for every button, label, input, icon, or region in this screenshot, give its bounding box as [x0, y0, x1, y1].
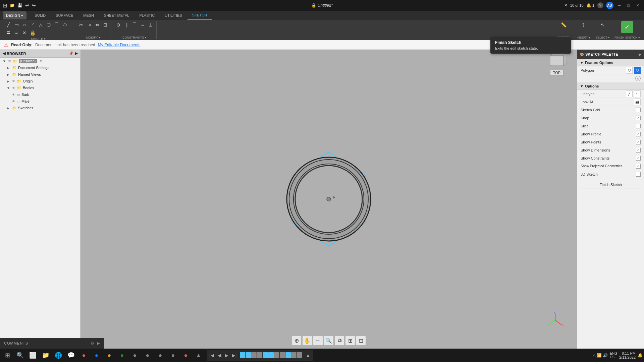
app-grid-icon[interactable]: ⊞	[3, 2, 7, 9]
collinear-tool[interactable]: ∥	[123, 21, 130, 28]
question-btn[interactable]: ?	[597, 2, 603, 8]
start-button[interactable]: ⊞	[1, 349, 13, 361]
app5-button[interactable]: ●	[129, 349, 141, 361]
app9-button[interactable]: ●	[180, 349, 192, 361]
app2-button[interactable]: ●	[91, 349, 103, 361]
rect-tool[interactable]: ▭	[13, 21, 20, 28]
grid-display-btn[interactable]: ⊞	[345, 336, 355, 345]
maximize-button[interactable]: □	[625, 3, 632, 7]
notification-count[interactable]: 🔔 1	[586, 3, 595, 8]
browser-item-named-views[interactable]: ▶ 📁 Named Views	[0, 71, 80, 78]
polygon-circumscribed-btn[interactable]: ⬡	[634, 67, 641, 74]
editable-docs-link[interactable]: My Editable Documents	[98, 43, 141, 47]
trim-tool[interactable]: ✂	[77, 21, 85, 28]
show-profile-checkbox[interactable]	[636, 132, 641, 136]
tab-plastic[interactable]: PLASTIC	[135, 11, 159, 20]
insert-tool[interactable]: ⤵	[580, 21, 587, 28]
tl-step-9[interactable]	[285, 352, 291, 358]
circle-option-btn[interactable]: ○	[635, 76, 641, 81]
file-menu-icon[interactable]: 📁	[10, 3, 15, 8]
look-at-btn[interactable]: 📷	[634, 99, 641, 105]
mirror-tool[interactable]: ⇔	[94, 21, 101, 28]
browser-item-doc-settings[interactable]: ▶ 📁 Document Settings	[0, 64, 80, 71]
tab-solid[interactable]: SOLID	[30, 11, 50, 20]
tab-sketch[interactable]: SKETCH	[187, 11, 212, 20]
show-points-checkbox[interactable]	[636, 140, 641, 144]
view-cube-label[interactable]: TOP	[550, 70, 564, 76]
linetype-dashed-btn[interactable]: ╴	[634, 90, 641, 97]
spline-tool[interactable]: ⌒	[53, 21, 60, 28]
tab-utilities[interactable]: UTILITIES	[160, 11, 186, 20]
canvas-area[interactable]: TOP X Y Z ⊕ ✋ ↔ 🔍 ⧉ ⊞ ⊡	[80, 50, 577, 349]
browser-item-barb[interactable]: 👁 ▭ Barb	[0, 91, 80, 98]
view-options-btn[interactable]: ⊡	[356, 336, 366, 345]
redo-icon[interactable]: ↪	[32, 3, 36, 8]
browser-item-unsaved[interactable]: ▼ 👁 📁 (Unsaved) ⚙	[0, 58, 80, 64]
slice-checkbox[interactable]	[636, 124, 641, 128]
extend-tool[interactable]: ⇥	[86, 21, 93, 28]
save-icon[interactable]: 💾	[17, 3, 22, 8]
notifications-area[interactable]: 🔔	[638, 353, 643, 358]
lock-tool[interactable]: 🔒	[29, 29, 36, 37]
design-dropdown[interactable]: DESIGN ▾	[3, 11, 26, 19]
cross-tool[interactable]: ✕	[21, 29, 28, 37]
app7-button[interactable]: ●	[154, 349, 166, 361]
circle-tool[interactable]: ○	[21, 21, 28, 28]
edge-button[interactable]: 🌐	[52, 349, 64, 361]
eye-icon[interactable]: 👁	[8, 59, 11, 63]
app4-button[interactable]: ●	[116, 349, 128, 361]
tl-step-5[interactable]	[263, 352, 268, 358]
browser-item-sketches[interactable]: ▶ 📁 Sketches	[0, 105, 80, 111]
browser-item-bodies[interactable]: ▼ 👁 📁 Bodies	[0, 84, 80, 91]
browser-collapse-right[interactable]: ▶	[75, 51, 77, 56]
plus-icon[interactable]: ✕	[564, 3, 568, 8]
app8-button[interactable]: ●	[167, 349, 179, 361]
eye-icon[interactable]: 👁	[12, 100, 15, 103]
browser-item-male[interactable]: 👁 ▭ Male	[0, 98, 80, 105]
teams-button[interactable]: 💬	[65, 349, 77, 361]
equals-tool[interactable]: =	[13, 29, 20, 37]
eye-icon[interactable]: 👁	[12, 86, 15, 90]
zoom-btn[interactable]: 🔍	[324, 336, 333, 345]
finish-sketch-tool[interactable]: ✓	[621, 21, 633, 33]
app1-button[interactable]: ●	[78, 349, 90, 361]
browser-item-origin[interactable]: ▶ 👁 📁 Origin	[0, 78, 80, 84]
search-button[interactable]: 🔍	[14, 349, 26, 361]
tab-mesh[interactable]: MESH	[78, 11, 99, 20]
tab-surface[interactable]: SURFACE	[51, 11, 78, 20]
eye-icon[interactable]: 👁	[12, 93, 15, 97]
palette-collapse-icon[interactable]: ▶	[639, 53, 641, 56]
feature-options-header[interactable]: ▼ Feature Options	[577, 59, 644, 66]
coincident-tool[interactable]: ⊙	[115, 21, 122, 28]
show-constraints-checkbox[interactable]	[636, 156, 641, 161]
app3-button[interactable]: ●	[103, 349, 115, 361]
task-view-button[interactable]: ⬜	[27, 349, 39, 361]
tl-prev-btn[interactable]: ◀	[216, 352, 223, 359]
minimize-button[interactable]: ─	[616, 3, 623, 7]
tl-step-8[interactable]	[280, 352, 285, 358]
perpendicular-tool[interactable]: ⊥	[147, 21, 154, 28]
show-dimensions-checkbox[interactable]	[636, 148, 641, 153]
comments-settings-icon[interactable]: ⚙	[91, 341, 94, 346]
app10-button[interactable]: ▲	[193, 349, 205, 361]
triangle-tool[interactable]: △	[37, 21, 44, 28]
show-projected-checkbox[interactable]	[636, 164, 641, 169]
options-header[interactable]: ▼ Options	[577, 82, 644, 90]
user-avatar[interactable]: AU	[606, 2, 613, 9]
arc-tool[interactable]: ◜	[29, 21, 36, 28]
fit-btn[interactable]: ⧉	[335, 336, 344, 345]
polygon-tool[interactable]: ⬡	[45, 21, 52, 28]
tl-step-3[interactable]	[251, 352, 257, 358]
sketch-grid-checkbox[interactable]	[636, 108, 641, 112]
snap-checkbox[interactable]	[636, 116, 641, 120]
close-button[interactable]: ✕	[634, 3, 641, 8]
eye-icon[interactable]: 👁	[12, 79, 15, 83]
polygon-inscribed-btn[interactable]: ⬡	[626, 67, 633, 74]
tab-sheet-metal[interactable]: SHEET METAL	[99, 11, 134, 20]
tl-end-btn[interactable]: ▶|	[230, 352, 238, 359]
finish-sketch-button[interactable]: Finish Sketch	[580, 181, 641, 188]
tl-step-4[interactable]	[257, 352, 262, 358]
tl-step-1[interactable]	[240, 352, 245, 358]
ellipse-tool[interactable]: ⬭	[61, 21, 68, 28]
tl-step-6[interactable]	[268, 352, 274, 358]
